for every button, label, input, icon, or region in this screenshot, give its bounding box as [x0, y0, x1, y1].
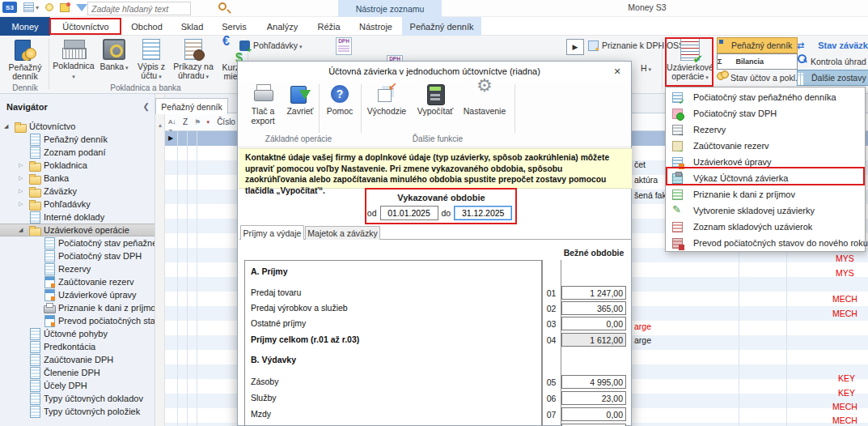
ribbon-bank-button[interactable]: Výpis z účtu [133, 37, 170, 81]
ribbon-tab[interactable]: Réžia [308, 17, 349, 36]
tree-item[interactable]: Pokladnica [0, 159, 155, 172]
menu-item[interactable]: Rezervy [666, 121, 865, 138]
ribbon-tab[interactable]: Nástroje [349, 17, 402, 36]
ribbon-tab[interactable]: Sklad [172, 17, 212, 36]
tree-item[interactable]: Zoznam podaní [0, 146, 155, 159]
dialog-toolbar-button[interactable]: Pomoc [322, 83, 358, 116]
statement-row-value[interactable]: 0,00 [561, 317, 626, 330]
tree-item[interactable]: Peňažný denník [0, 133, 155, 146]
statement-row-value[interactable]: 1 612,00 [561, 333, 626, 347]
ribbon-tab[interactable]: Peňažný denník [402, 17, 481, 36]
close-icon[interactable] [610, 65, 625, 78]
tree-item[interactable]: Záväzky [0, 185, 155, 198]
ribbon-tab[interactable]: Účtovníctvo [50, 17, 121, 36]
dph-icon[interactable]: DPH [336, 37, 352, 55]
list-settings-icon[interactable]: ▶ [566, 39, 584, 55]
sort-az-icon[interactable]: A↓Z [168, 117, 178, 127]
menu-item[interactable]: Počiatočný stav DPH [666, 105, 865, 121]
statement-row-value[interactable]: 4 995,00 [561, 375, 626, 389]
tree-item[interactable]: Prevod počiatočných stavo [0, 314, 155, 327]
tree-item[interactable]: Banka [0, 172, 155, 185]
ribbon-bank-button[interactable]: Banka [97, 37, 131, 72]
flag-icon[interactable]: ⚑ [194, 118, 201, 126]
ribbon-report-button[interactable]: Ďalšie zostavy [797, 70, 868, 86]
menu-item[interactable]: Priznanie k dani z príjmov [666, 186, 865, 202]
tree-item[interactable]: Typy účtovných dokladov [0, 392, 155, 405]
tree-item[interactable]: Pohľadávky [0, 198, 155, 211]
tree-item[interactable]: Počiatočný stav DPH [0, 249, 155, 262]
tree-item[interactable]: Interné doklady [0, 211, 155, 224]
pohladavky-button[interactable]: Pohľadávky [239, 39, 302, 52]
tree-expander-icon[interactable] [19, 227, 29, 233]
menu-item[interactable]: Výkaz Účtovná závierka [666, 170, 865, 186]
menu-item[interactable]: Uzávierkové úpravy [666, 154, 865, 170]
notes-icon[interactable] [60, 3, 70, 12]
dialog-toolbar-button[interactable]: Zavrieť [283, 83, 317, 116]
menu-item[interactable]: Počiatočný stav peňažného denníka [666, 89, 865, 105]
tree-item[interactable]: Zaúčtovanie DPH [0, 353, 155, 366]
menu-item[interactable]: Zaúčtovanie rezerv [666, 138, 865, 154]
statement-row-value[interactable]: 1 247,00 [561, 286, 626, 300]
ribbon-report-button[interactable]: Peňažný denník [717, 37, 798, 53]
dialog-toolbar-button[interactable]: Tlač a export [244, 83, 282, 126]
tree-expander-icon[interactable] [19, 201, 29, 207]
ribbon-tab[interactable]: Servis [212, 17, 256, 36]
menu-item[interactable]: Prevod počiatočných stavov do nového rok… [666, 235, 865, 251]
collapse-panel-icon[interactable]: ❮ [143, 102, 150, 111]
dialog-tab[interactable]: Majetok a záväzky [305, 226, 380, 240]
statement-row-value[interactable]: 0,00 [561, 407, 626, 421]
ribbon-tab[interactable]: Obchod [121, 17, 172, 36]
search-icon[interactable] [218, 2, 227, 11]
ribbon-report-button[interactable]: Kontrola úhrad [797, 53, 868, 70]
tree-item[interactable]: Uzávierkové operácie [0, 224, 155, 236]
search-input[interactable] [87, 2, 191, 15]
dialog-toolbar-button[interactable]: Nastavenie [461, 83, 508, 116]
ribbon-report-button[interactable]: Stav účtov a pokl. [717, 70, 798, 86]
tree-expander-icon[interactable] [19, 175, 29, 181]
ribbon-tab[interactable]: Money [0, 17, 50, 36]
period-from-input[interactable] [380, 206, 438, 220]
dialog-toolbar-button-label: Pomoc [327, 106, 354, 116]
tree-item[interactable]: Počiatočný stav peňažného [0, 236, 155, 249]
dialog-tab[interactable]: Príjmy a výdaje [240, 225, 304, 240]
tree-item[interactable]: Rezervy [0, 262, 155, 275]
tree-item[interactable]: Účtovné pohyby [0, 327, 155, 340]
menu-item[interactable]: Vytvorenie skladovej uzávierky [666, 202, 865, 219]
statement-row-value[interactable]: 23,00 [561, 391, 626, 405]
ribbon-report-button[interactable]: Stav záväzkov [797, 37, 868, 53]
tree-item[interactable]: Predkontácia [0, 340, 155, 353]
dialog-toolbar-button[interactable]: Vypočítať [413, 83, 458, 116]
tree-item[interactable]: Účtovníctvo [0, 120, 155, 133]
toolbar-separator [514, 84, 515, 133]
ribbon-bank-button[interactable]: Pokladnica [52, 37, 95, 81]
dialog-title-bar[interactable]: Účtovná závierka v jednoduchom účtovníct… [238, 62, 631, 81]
tree-expander-icon[interactable] [19, 162, 29, 168]
statement-row-value[interactable]: 365,00 [561, 301, 626, 315]
sidebar-scrollbar[interactable]: ▲ [155, 94, 165, 426]
tree-item[interactable]: Členenie DPH [0, 366, 155, 379]
menu-item[interactable]: Zoznam skladových uzávierok [666, 219, 865, 235]
tree-item[interactable]: Typy účtovných položiek [0, 405, 155, 418]
tree-item[interactable]: Účely DPH [0, 379, 155, 392]
scroll-up-icon[interactable]: ▲ [155, 120, 165, 130]
ribbon-report-button[interactable]: Bilancia [717, 53, 798, 70]
tree-item[interactable]: Priznanie k dani z príjmov [0, 301, 155, 314]
app-logo-s3[interactable]: S3 [2, 2, 17, 13]
tree-item[interactable]: Zaúčtovanie rezerv [0, 275, 155, 288]
chevron-down-icon[interactable]: ▾ [36, 4, 39, 11]
tree-item[interactable]: Uzávierkové úpravy [0, 288, 155, 301]
list-tab-penazny-dennik[interactable]: Peňažný denník [155, 98, 228, 114]
filter-icon[interactable] [76, 4, 87, 11]
ribbon-tab[interactable]: Analýzy [256, 17, 308, 36]
dialog-toolbar-button[interactable]: Východzie [364, 83, 409, 116]
tip-bulb-icon[interactable] [45, 3, 53, 11]
cash-journal-button[interactable]: Peňažný denník [2, 37, 49, 81]
navigator-toggle-icon[interactable] [23, 2, 34, 12]
column-z-label[interactable]: Z [183, 117, 188, 126]
tree-expander-icon[interactable] [4, 123, 15, 130]
tree-item-icon [29, 198, 40, 210]
tree-expander-icon[interactable] [19, 188, 29, 194]
closing-operations-button[interactable]: Uzávierkové operácie [667, 37, 713, 82]
ribbon-bank-button[interactable]: Príkazy na úhradu [171, 37, 215, 81]
period-to-input[interactable] [454, 206, 512, 220]
